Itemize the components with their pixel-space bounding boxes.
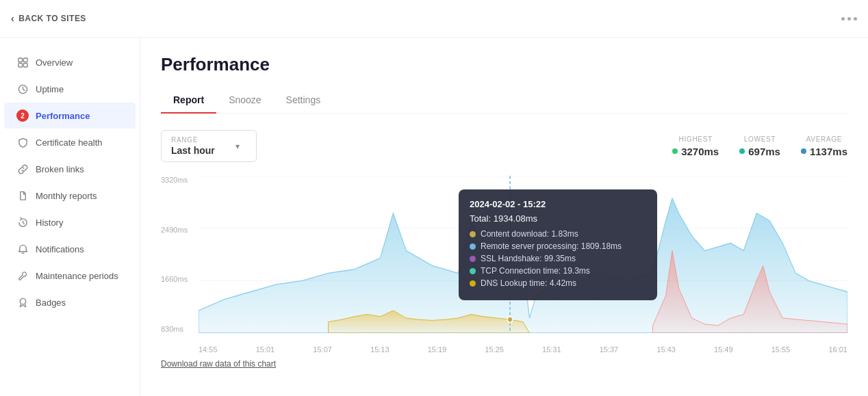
sidebar-item-notifications-label: Notifications: [36, 244, 84, 254]
sidebar-item-overview[interactable]: Overview: [4, 49, 136, 75]
dot-lowest: [739, 148, 745, 154]
back-to-sites-label: BACK TO SITES: [18, 14, 86, 23]
shield-icon: [16, 136, 29, 148]
sidebar-item-monthly-reports[interactable]: Monthly reports: [4, 183, 136, 209]
svg-point-12: [507, 317, 513, 323]
performance-chart: [199, 176, 847, 333]
performance-badge: 2: [16, 109, 29, 122]
sidebar-item-maintenance-periods-label: Maintenance periods: [36, 271, 118, 281]
x-axis-labels: 14:55 15:01 15:07 15:13 15:19 15:25 15:3…: [199, 345, 847, 354]
x-label-3: 15:13: [370, 345, 390, 354]
chart-svg-wrapper: 2024-02-02 - 15:22 Total: 1934.08ms Cont…: [199, 176, 847, 333]
sidebar-item-performance-label: Performance: [36, 111, 90, 121]
range-dropdown[interactable]: RANGE Last hour ▾: [161, 130, 257, 162]
x-label-6: 15:31: [542, 345, 561, 354]
link-icon: [16, 163, 29, 175]
stat-lowest: LOWEST 697ms: [739, 135, 780, 157]
sidebar-item-history[interactable]: History: [4, 209, 136, 235]
content-area: Performance Report Snooze Settings RANGE…: [140, 38, 868, 396]
x-label-4: 15:19: [428, 345, 447, 354]
y-label-0: 3320ms: [161, 176, 188, 184]
x-label-8: 15:43: [656, 345, 676, 354]
svg-rect-1: [23, 57, 27, 62]
sidebar-item-notifications[interactable]: Notifications: [4, 236, 136, 262]
stat-average: AVERAGE 1137ms: [801, 135, 847, 157]
sidebar-item-badges[interactable]: Badges: [4, 289, 136, 315]
svg-point-5: [20, 298, 25, 304]
x-label-0: 14:55: [199, 345, 218, 354]
page-title: Performance: [161, 54, 847, 75]
tabs-bar: Report Snooze Settings: [161, 88, 847, 114]
svg-rect-2: [18, 63, 22, 67]
range-value: Last hour: [171, 145, 215, 156]
file-icon: [16, 189, 29, 202]
back-to-sites-link[interactable]: ‹ BACK TO SITES: [11, 13, 86, 24]
sidebar-item-history-label: History: [36, 217, 63, 228]
sidebar-item-certificate-health[interactable]: Certificate health: [4, 129, 136, 155]
tab-report[interactable]: Report: [161, 88, 216, 114]
more-options-button[interactable]: [841, 17, 857, 21]
sidebar-item-broken-links-label: Broken links: [36, 164, 84, 174]
y-label-2: 1660ms: [161, 275, 188, 283]
tab-settings[interactable]: Settings: [274, 88, 333, 114]
x-label-7: 15:37: [600, 345, 619, 354]
dot-average: [801, 148, 806, 154]
sidebar-item-badges-label: Badges: [36, 298, 66, 308]
x-label-11: 16:01: [828, 345, 847, 354]
svg-point-11: [507, 236, 513, 243]
grid-icon: [16, 56, 29, 68]
stat-average-label: AVERAGE: [801, 135, 847, 143]
dot-highest: [672, 148, 678, 154]
x-label-2: 15:07: [313, 345, 332, 354]
chart-area: 3320ms 2490ms 1660ms 830ms: [161, 176, 847, 354]
y-label-3: 830ms: [161, 325, 188, 333]
range-stats-row: RANGE Last hour ▾ HIGHEST 3270ms LOWEST: [161, 130, 847, 162]
stat-highest: HIGHEST 3270ms: [672, 135, 719, 157]
main-layout: Overview Uptime 2 Performance Certificat…: [0, 38, 868, 396]
sidebar-item-performance[interactable]: 2 Performance: [4, 103, 136, 129]
range-label: RANGE: [171, 136, 215, 144]
back-arrow-icon: ‹: [11, 13, 14, 24]
stat-average-value: 1137ms: [801, 146, 847, 157]
chevron-down-icon: ▾: [235, 142, 240, 151]
y-label-1: 2490ms: [161, 226, 188, 234]
sidebar-item-overview-label: Overview: [36, 57, 73, 68]
sidebar-item-monthly-reports-label: Monthly reports: [36, 191, 97, 201]
history-icon: [16, 216, 29, 228]
x-label-10: 15:55: [771, 345, 791, 354]
sidebar-item-certificate-health-label: Certificate health: [36, 137, 103, 148]
sidebar-item-broken-links[interactable]: Broken links: [4, 156, 136, 182]
stat-highest-label: HIGHEST: [672, 135, 719, 143]
stat-highest-value: 3270ms: [672, 146, 719, 157]
svg-rect-0: [18, 57, 22, 62]
sidebar: Overview Uptime 2 Performance Certificat…: [0, 38, 140, 396]
svg-rect-3: [23, 63, 27, 67]
x-label-9: 15:49: [714, 345, 733, 354]
topbar: ‹ BACK TO SITES: [0, 0, 868, 38]
stat-lowest-value: 697ms: [739, 146, 780, 157]
clock-icon: [16, 83, 29, 95]
x-label-1: 15:01: [256, 345, 275, 354]
stat-lowest-label: LOWEST: [739, 135, 780, 143]
sidebar-item-uptime-label: Uptime: [36, 84, 64, 94]
download-raw-data-link[interactable]: Download raw data of this chart: [161, 359, 276, 369]
y-axis-labels: 3320ms 2490ms 1660ms 830ms: [161, 176, 192, 333]
sidebar-item-uptime[interactable]: Uptime: [4, 76, 136, 102]
x-label-5: 15:25: [485, 345, 504, 354]
tool-icon: [16, 269, 29, 282]
award-icon: [16, 296, 29, 308]
tab-snooze[interactable]: Snooze: [216, 88, 273, 114]
sidebar-item-maintenance-periods[interactable]: Maintenance periods: [4, 263, 136, 289]
bell-icon: [16, 243, 29, 255]
stats-group: HIGHEST 3270ms LOWEST 697ms AVERAGE: [672, 135, 847, 157]
